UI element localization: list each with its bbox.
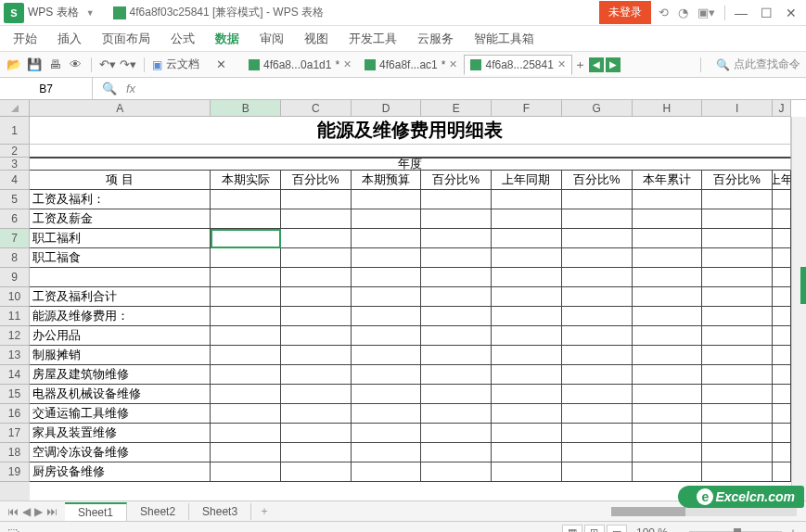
sheet-next-icon[interactable]: ▶: [34, 505, 43, 518]
cell[interactable]: [633, 307, 703, 326]
cell[interactable]: [281, 404, 352, 424]
cell[interactable]: [633, 229, 703, 248]
cell[interactable]: [702, 326, 773, 346]
cell[interactable]: [702, 307, 773, 326]
cell[interactable]: [562, 462, 633, 482]
cell[interactable]: [211, 462, 281, 482]
cell[interactable]: 能源及维修费用明细表: [30, 117, 791, 145]
row-header-5[interactable]: 5: [0, 190, 30, 209]
menu-view[interactable]: 视图: [304, 31, 328, 47]
col-header-I[interactable]: I: [702, 100, 773, 117]
cell[interactable]: [562, 209, 633, 229]
cell[interactable]: [281, 346, 352, 365]
redo-icon[interactable]: ↷▾: [120, 57, 136, 73]
cell[interactable]: [421, 365, 492, 385]
command-search[interactable]: 🔍 点此查找命令: [716, 57, 800, 72]
name-box[interactable]: B7: [0, 78, 93, 99]
close-tab-icon[interactable]: ✕: [449, 58, 457, 70]
cell[interactable]: [492, 307, 562, 326]
close-button[interactable]: ✕: [786, 6, 797, 20]
sheet-first-icon[interactable]: ⏮: [7, 505, 19, 518]
cell[interactable]: [352, 229, 422, 248]
row-header-7[interactable]: 7: [0, 229, 30, 248]
tab-prev-icon[interactable]: ◀: [589, 57, 604, 72]
cell[interactable]: [421, 346, 492, 365]
spreadsheet-grid[interactable]: ABCDEFGHIJ 12345678910111213141516171819…: [0, 100, 806, 500]
cell[interactable]: [562, 385, 633, 404]
horizontal-scrollbar[interactable]: [611, 507, 797, 516]
cell[interactable]: 交通运输工具维修: [30, 404, 211, 424]
cell[interactable]: [633, 424, 703, 443]
cell[interactable]: [352, 346, 422, 365]
cell[interactable]: [352, 190, 422, 209]
menu-review[interactable]: 审阅: [260, 31, 284, 47]
cell[interactable]: [773, 346, 791, 365]
column-headers[interactable]: ABCDEFGHIJ: [30, 100, 791, 117]
cell[interactable]: [211, 424, 281, 443]
row-header-15[interactable]: 15: [0, 385, 30, 404]
cell[interactable]: [352, 424, 422, 443]
cell[interactable]: [421, 462, 492, 482]
add-sheet-icon[interactable]: ＋: [251, 503, 277, 519]
cell[interactable]: 年度: [30, 158, 791, 171]
cell[interactable]: [492, 443, 562, 462]
cell[interactable]: 上年同期: [492, 171, 562, 190]
row-header-16[interactable]: 16: [0, 404, 30, 424]
cell[interactable]: 职工福食: [30, 248, 211, 268]
cell[interactable]: [421, 424, 492, 443]
cell[interactable]: [702, 248, 773, 268]
col-header-B[interactable]: B: [211, 100, 281, 117]
sheet-tab-1[interactable]: Sheet1: [65, 502, 127, 521]
cell[interactable]: [562, 326, 633, 346]
menu-smart-tools[interactable]: 智能工具箱: [474, 31, 534, 47]
cell[interactable]: [281, 209, 352, 229]
cell[interactable]: [773, 326, 791, 346]
menu-start[interactable]: 开始: [13, 31, 37, 47]
cell[interactable]: [492, 229, 562, 248]
skin-icon[interactable]: ◔: [678, 6, 688, 19]
sheet-tab-3[interactable]: Sheet3: [189, 503, 251, 520]
cell[interactable]: [352, 385, 422, 404]
cell[interactable]: 电器及机械设备维修: [30, 385, 211, 404]
minimize-button[interactable]: —: [735, 6, 748, 20]
maximize-button[interactable]: ☐: [761, 6, 773, 20]
save-icon[interactable]: 💾: [26, 57, 43, 73]
cell[interactable]: [211, 443, 281, 462]
cell[interactable]: [773, 209, 791, 229]
page-break-view-icon[interactable]: ⊞: [584, 525, 605, 533]
cell[interactable]: [492, 365, 562, 385]
cell[interactable]: [702, 365, 773, 385]
cell[interactable]: [211, 326, 281, 346]
cell[interactable]: [30, 145, 791, 158]
cell[interactable]: [421, 385, 492, 404]
selected-cell[interactable]: [211, 229, 281, 248]
row-header-9[interactable]: 9: [0, 268, 30, 287]
cell[interactable]: [421, 404, 492, 424]
cell[interactable]: [352, 365, 422, 385]
cell[interactable]: [281, 287, 352, 307]
cell[interactable]: [773, 307, 791, 326]
cell[interactable]: [281, 326, 352, 346]
row-header-1[interactable]: 1: [0, 117, 30, 145]
cell[interactable]: [773, 404, 791, 424]
cell[interactable]: [702, 443, 773, 462]
cloud-close[interactable]: ✕: [212, 57, 229, 73]
cell[interactable]: [421, 190, 492, 209]
col-header-G[interactable]: G: [562, 100, 633, 117]
cell[interactable]: 百分比%: [562, 171, 633, 190]
app-menu-dropdown[interactable]: ▼: [86, 8, 95, 18]
cell[interactable]: [281, 385, 352, 404]
cell[interactable]: [562, 346, 633, 365]
cell[interactable]: [562, 190, 633, 209]
row-headers[interactable]: 12345678910111213141516171819: [0, 117, 30, 500]
zoom-value[interactable]: 100 %: [636, 526, 668, 533]
menu-dev-tools[interactable]: 开发工具: [349, 31, 397, 47]
sync-icon[interactable]: ⟲: [659, 6, 669, 19]
col-header-D[interactable]: D: [352, 100, 422, 117]
doc-tab-3[interactable]: 4f6a8...25841 ✕: [464, 55, 571, 75]
cell[interactable]: [562, 268, 633, 287]
open-icon[interactable]: 📂: [6, 57, 22, 73]
row-header-14[interactable]: 14: [0, 365, 30, 385]
cell[interactable]: [492, 287, 562, 307]
cell[interactable]: [421, 326, 492, 346]
